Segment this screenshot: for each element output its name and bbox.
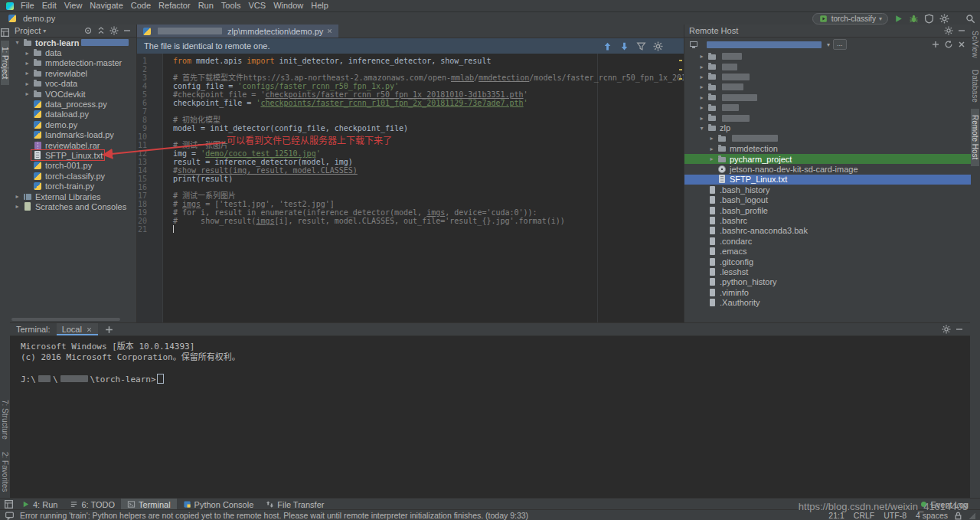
remote-tree-item[interactable]: ▸ bbox=[684, 51, 971, 61]
run-button[interactable] bbox=[893, 14, 903, 24]
gear-icon[interactable] bbox=[942, 325, 951, 334]
close-tab-icon[interactable] bbox=[326, 28, 333, 34]
code-text[interactable]: from mmdet.apis import init_detector, in… bbox=[173, 57, 676, 322]
remote-tree-item-pycharm-project[interactable]: ▸pycharm_project bbox=[684, 154, 971, 164]
remote-tree-item[interactable]: ▸ bbox=[684, 82, 971, 92]
remote-tree-item-emacs[interactable]: .emacs bbox=[684, 246, 971, 256]
remote-tree-item-zlp[interactable]: ▾zlp bbox=[684, 123, 971, 133]
notification-icon[interactable] bbox=[5, 511, 15, 520]
stripe-button-2-favorites[interactable]: 2: Favorites bbox=[1, 446, 9, 498]
toolwindow-switcher-icon[interactable] bbox=[4, 499, 14, 509]
menu-vcs[interactable]: VCS bbox=[245, 0, 270, 11]
remote-tree-item-python-history[interactable]: .python_history bbox=[684, 277, 971, 287]
project-tree-item-dataload-py[interactable]: dataload.py bbox=[10, 110, 136, 119]
terminal-tab-local[interactable]: Local bbox=[57, 323, 98, 335]
stripe-button-sciview[interactable]: SciView bbox=[971, 25, 979, 64]
remote-tree-item-bash-history[interactable]: .bash_history bbox=[684, 185, 971, 195]
expand-arrow-icon[interactable]: ▸ bbox=[697, 83, 706, 90]
project-tree-item-demo-py[interactable]: demo.py bbox=[10, 119, 136, 129]
gear-icon[interactable] bbox=[653, 41, 663, 51]
project-tree-item-scratches-and-consoles[interactable]: ▸Scratches and Consoles bbox=[10, 201, 136, 211]
chevron-down-icon[interactable]: ▾ bbox=[827, 41, 830, 48]
warning-stripe-mark[interactable] bbox=[679, 78, 682, 80]
expand-arrow-icon[interactable]: ▸ bbox=[23, 70, 31, 77]
project-tree-item-voc-data[interactable]: ▸voc-data bbox=[10, 79, 136, 89]
menu-file[interactable]: File bbox=[17, 0, 38, 11]
search-everywhere-icon[interactable] bbox=[965, 14, 975, 24]
stripe-button-remote-host[interactable]: Remote Host bbox=[971, 109, 979, 165]
remote-tree-item-xauthority[interactable]: .Xauthority bbox=[684, 297, 971, 307]
collapse-arrow-icon[interactable]: ▾ bbox=[13, 39, 21, 46]
gear-icon[interactable] bbox=[109, 26, 119, 35]
add-connection-icon[interactable] bbox=[931, 40, 940, 49]
upload-icon[interactable] bbox=[603, 41, 612, 51]
run-config-selector[interactable]: torch-classify ▾ bbox=[812, 13, 888, 25]
coverage-button[interactable] bbox=[924, 14, 934, 24]
remote-tree-item-bashrc[interactable]: .bashrc bbox=[684, 215, 971, 225]
remote-tree-item-jetson-nano-dev-kit-sd-card-image[interactable]: jetson-nano-dev-kit-sd-card-image bbox=[684, 164, 971, 174]
remote-tree-item-mmdetection[interactable]: ▸mmdetection bbox=[684, 144, 971, 154]
close-icon[interactable] bbox=[86, 326, 93, 333]
project-tree-item-data-process-py[interactable]: data_process.py bbox=[10, 99, 136, 109]
remote-tree-item[interactable]: ▸ bbox=[684, 72, 971, 82]
toolwindow-button-6-todo[interactable]: 6: TODO bbox=[64, 499, 121, 510]
breadcrumb-file[interactable]: demo.py bbox=[23, 14, 55, 23]
hide-panel-icon[interactable] bbox=[955, 325, 964, 334]
project-tree-item-torch-learn[interactable]: ▾torch-learn bbox=[10, 38, 136, 47]
browse-connections-button[interactable]: ... bbox=[833, 39, 847, 50]
new-terminal-session-icon[interactable] bbox=[104, 325, 114, 335]
hide-panel-icon[interactable] bbox=[122, 26, 132, 35]
expand-arrow-icon[interactable]: ▸ bbox=[697, 104, 706, 111]
stripe-button-7-structure[interactable]: 7: Structure bbox=[1, 394, 9, 446]
collapse-all-icon[interactable] bbox=[96, 26, 106, 35]
remote-tree-item[interactable]: ▸ bbox=[684, 113, 971, 123]
warning-stripe-mark[interactable] bbox=[679, 60, 682, 61]
debug-button[interactable] bbox=[909, 14, 919, 24]
expand-arrow-icon[interactable]: ▸ bbox=[707, 135, 716, 142]
remote-tree-item[interactable]: ▸ bbox=[684, 93, 971, 103]
remote-tree-item-condarc[interactable]: .condarc bbox=[684, 236, 971, 246]
terminal-output[interactable]: Microsoft Windows [版本 10.0.14393](c) 201… bbox=[10, 336, 970, 499]
toolwindow-button-python-console[interactable]: Python Console bbox=[177, 499, 260, 510]
menu-refactor[interactable]: Refactor bbox=[155, 0, 194, 11]
expand-arrow-icon[interactable]: ▸ bbox=[23, 60, 31, 67]
code-editor[interactable]: 123456789101112131415161718192021 from m… bbox=[137, 54, 684, 322]
project-tree-item-torch-train-py[interactable]: torch-train.py bbox=[10, 181, 136, 191]
remote-tree-item-bashrc-anaconda3-bak[interactable]: .bashrc-anaconda3.bak bbox=[684, 226, 971, 236]
expand-arrow-icon[interactable]: ▸ bbox=[697, 115, 706, 122]
menu-help[interactable]: Help bbox=[307, 0, 332, 11]
remote-tree-item-bash-profile[interactable]: .bash_profile bbox=[684, 205, 971, 215]
expand-arrow-icon[interactable]: ▸ bbox=[697, 74, 706, 80]
menu-tools[interactable]: Tools bbox=[217, 0, 245, 11]
download-icon[interactable] bbox=[619, 41, 629, 51]
stripe-button-1-project[interactable]: 1: Project bbox=[1, 41, 9, 85]
project-panel-title[interactable]: Project bbox=[15, 26, 41, 35]
filter-icon[interactable] bbox=[636, 41, 646, 51]
toolwindow-button-4-run[interactable]: 4: Run bbox=[15, 499, 64, 510]
breadcrumb[interactable]: demo.py bbox=[0, 14, 55, 23]
expand-arrow-icon[interactable]: ▸ bbox=[23, 50, 31, 57]
project-tree-item-data[interactable]: ▸data bbox=[10, 47, 136, 57]
expand-arrow-icon[interactable]: ▸ bbox=[707, 146, 716, 152]
gear-icon[interactable] bbox=[944, 26, 953, 35]
remote-tree-item-sftp-linux-txt[interactable]: SFTP_Linux.txt bbox=[684, 175, 971, 185]
project-tree-item-reviewlabel[interactable]: ▸reviewlabel bbox=[10, 68, 136, 78]
project-tree-item-vocdevkit[interactable]: ▸VOCdevkit bbox=[10, 89, 136, 99]
menu-view[interactable]: View bbox=[60, 0, 87, 11]
warning-stripe-mark[interactable] bbox=[679, 69, 682, 70]
menu-edit[interactable]: Edit bbox=[38, 0, 60, 11]
toolwindow-grid-icon[interactable] bbox=[0, 28, 10, 38]
resize-grip[interactable] bbox=[969, 512, 975, 519]
expand-arrow-icon[interactable]: ▸ bbox=[697, 94, 706, 101]
expand-arrow-icon[interactable]: ▸ bbox=[697, 53, 706, 60]
toolwindow-button-terminal[interactable]: Terminal bbox=[121, 499, 177, 510]
settings-button[interactable] bbox=[939, 14, 949, 24]
menu-run[interactable]: Run bbox=[194, 0, 217, 11]
expand-arrow-icon[interactable]: ▸ bbox=[13, 203, 21, 210]
remote-tree-item-viminfo[interactable]: .viminfo bbox=[684, 287, 971, 297]
expand-arrow-icon[interactable]: ▸ bbox=[13, 193, 21, 200]
locate-file-icon[interactable] bbox=[83, 26, 93, 35]
collapse-arrow-icon[interactable]: ▾ bbox=[697, 125, 706, 132]
menu-window[interactable]: Window bbox=[270, 0, 307, 11]
toolwindow-button-file-transfer[interactable]: File Transfer bbox=[260, 499, 330, 510]
